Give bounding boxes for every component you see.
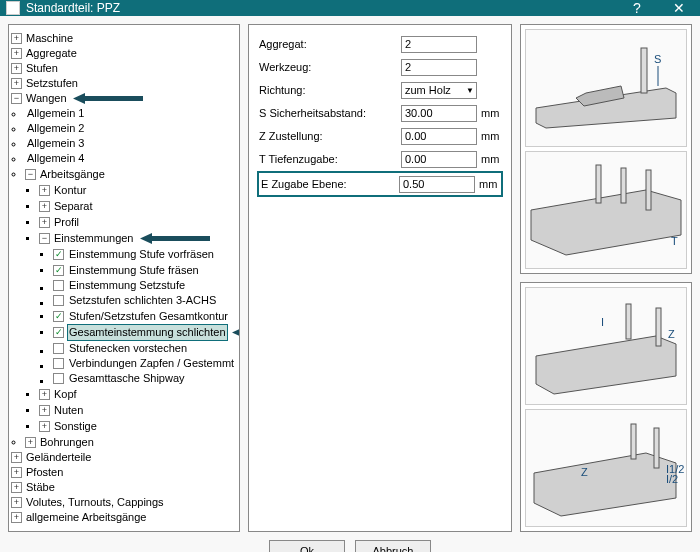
label-aggregat: Aggregat: [259, 38, 401, 50]
tree-sub3[interactable]: Einstemmung Setzstufe [67, 278, 187, 293]
select-richtung[interactable]: zum Holz ▼ [401, 82, 477, 99]
svg-rect-12 [596, 165, 601, 203]
checkbox-icon[interactable]: ✓ [53, 265, 64, 276]
highlighted-row: E Zugabe Ebene: mm [257, 171, 503, 197]
tree-sub4[interactable]: Setzstufen schlichten 3-ACHS [67, 293, 218, 308]
collapse-icon[interactable]: − [11, 93, 22, 104]
expand-icon[interactable]: + [11, 467, 22, 478]
checkbox-icon[interactable] [53, 358, 64, 369]
tree-allg3[interactable]: Allgemein 3 [25, 136, 86, 151]
collapse-icon[interactable]: − [25, 169, 36, 180]
tree-staebe[interactable]: Stäbe [24, 480, 57, 495]
unit-mm: mm [477, 107, 501, 119]
diagram-s: S [525, 29, 687, 147]
tree-maschine[interactable]: Maschine [24, 31, 75, 46]
svg-marker-1 [73, 93, 85, 104]
diagram-panel-top: S T [520, 24, 692, 274]
help-button[interactable]: ? [622, 0, 652, 16]
svg-rect-23 [654, 428, 659, 468]
tree-separat[interactable]: Separat [52, 199, 95, 214]
tree-sub6-selected[interactable]: Gesamteinstemmung schlichten [67, 324, 228, 341]
expand-icon[interactable]: + [11, 78, 22, 89]
tree-sub8[interactable]: Verbindungen Zapfen / Gestemmt [67, 356, 236, 371]
svg-text:I: I [601, 316, 604, 328]
tree-sub2[interactable]: Einstemmung Stufe fräsen [67, 263, 201, 278]
unit-mm: mm [477, 153, 501, 165]
tree-profil[interactable]: Profil [52, 215, 81, 230]
tree-sub1[interactable]: Einstemmung Stufe vorfräsen [67, 247, 216, 262]
expand-icon[interactable]: + [11, 497, 22, 508]
checkbox-icon[interactable] [53, 343, 64, 354]
tree-allg1[interactable]: Allgemein 1 [25, 106, 86, 121]
checkbox-icon[interactable] [53, 280, 64, 291]
checkbox-icon[interactable]: ✓ [53, 327, 64, 338]
expand-icon[interactable]: + [11, 63, 22, 74]
diagram-z2: Z I1/2 I/2 [525, 409, 687, 527]
unit-mm: mm [477, 130, 501, 142]
expand-icon[interactable]: + [11, 512, 22, 523]
expand-icon[interactable]: + [39, 405, 50, 416]
button-bar: Ok Abbruch [0, 540, 700, 552]
checkbox-icon[interactable] [53, 373, 64, 384]
svg-text:I/2: I/2 [666, 473, 678, 485]
expand-icon[interactable]: + [39, 217, 50, 228]
tree-nuten[interactable]: Nuten [52, 403, 85, 418]
expand-icon[interactable]: + [25, 437, 36, 448]
cancel-button[interactable]: Abbruch [355, 540, 431, 552]
expand-icon[interactable]: + [11, 482, 22, 493]
tree-setzstufen[interactable]: Setzstufen [24, 76, 80, 91]
ok-button[interactable]: Ok [269, 540, 345, 552]
tree-wangen[interactable]: Wangen [24, 91, 69, 106]
arrow-annotation [232, 327, 240, 338]
checkbox-icon[interactable] [53, 295, 64, 306]
svg-marker-3 [140, 233, 152, 244]
checkbox-icon[interactable]: ✓ [53, 249, 64, 260]
tree-panel: +Maschine +Aggregate +Stufen +Setzstufen… [8, 24, 240, 532]
tree-kontur[interactable]: Kontur [52, 183, 88, 198]
expand-icon[interactable]: + [11, 452, 22, 463]
expand-icon[interactable]: + [11, 48, 22, 59]
svg-text:Z: Z [668, 328, 675, 340]
input-aggregat[interactable] [401, 36, 477, 53]
form-panel: Aggregat: Werkzeug: Richtung: zum Holz ▼ [248, 24, 512, 532]
expand-icon[interactable]: + [39, 421, 50, 432]
tree-sub7[interactable]: Stufenecken vorstechen [67, 341, 189, 356]
checkbox-icon[interactable]: ✓ [53, 311, 64, 322]
diagram-panel-bottom: I Z Z I1/2 I/2 [520, 282, 692, 532]
input-sicherheit[interactable] [401, 105, 477, 122]
arrow-annotation [73, 93, 143, 104]
input-werkzeug[interactable] [401, 59, 477, 76]
expand-icon[interactable]: + [39, 185, 50, 196]
label-richtung: Richtung: [259, 84, 401, 96]
input-zustellung[interactable] [401, 128, 477, 145]
tree-sub9[interactable]: Gesamttasche Shipway [67, 371, 187, 386]
tree-volutes[interactable]: Volutes, Turnouts, Cappings [24, 495, 166, 510]
tree-sub5[interactable]: Stufen/Setzstufen Gesamtkontur [67, 309, 230, 324]
diagram-z1: I Z [525, 287, 687, 405]
tree-kopf[interactable]: Kopf [52, 387, 79, 402]
tree-allgArbeit[interactable]: allgemeine Arbeitsgänge [24, 510, 148, 525]
collapse-icon[interactable]: − [39, 233, 50, 244]
close-button[interactable]: ✕ [664, 0, 694, 16]
tree-stufen[interactable]: Stufen [24, 61, 60, 76]
tree-pfosten[interactable]: Pfosten [24, 465, 65, 480]
tree-arbeitsgaenge[interactable]: Arbeitsgänge [38, 167, 107, 182]
dialog-window: Standardteil: PPZ ? ✕ +Maschine +Aggrega… [0, 0, 700, 552]
expand-icon[interactable]: + [39, 389, 50, 400]
dialog-content: +Maschine +Aggregate +Stufen +Setzstufen… [0, 16, 700, 540]
tree-allg4[interactable]: Allgemein 4 [25, 151, 86, 166]
app-icon [6, 1, 20, 15]
input-tiefenzugabe[interactable] [401, 151, 477, 168]
window-title: Standardteil: PPZ [26, 1, 622, 15]
input-zugabe-ebene[interactable] [399, 176, 475, 193]
expand-icon[interactable]: + [11, 33, 22, 44]
tree-gelaender[interactable]: Geländerteile [24, 450, 93, 465]
tree-bohrungen[interactable]: Bohrungen [38, 435, 96, 450]
tree-allg2[interactable]: Allgemein 2 [25, 121, 86, 136]
svg-text:Z: Z [581, 466, 588, 478]
tree-einstemmungen[interactable]: Einstemmungen [52, 231, 136, 246]
tree-aggregate[interactable]: Aggregate [24, 46, 79, 61]
expand-icon[interactable]: + [39, 201, 50, 212]
label-tiefenzugabe: T Tiefenzugabe: [259, 153, 401, 165]
tree-sonstige[interactable]: Sonstige [52, 419, 99, 434]
